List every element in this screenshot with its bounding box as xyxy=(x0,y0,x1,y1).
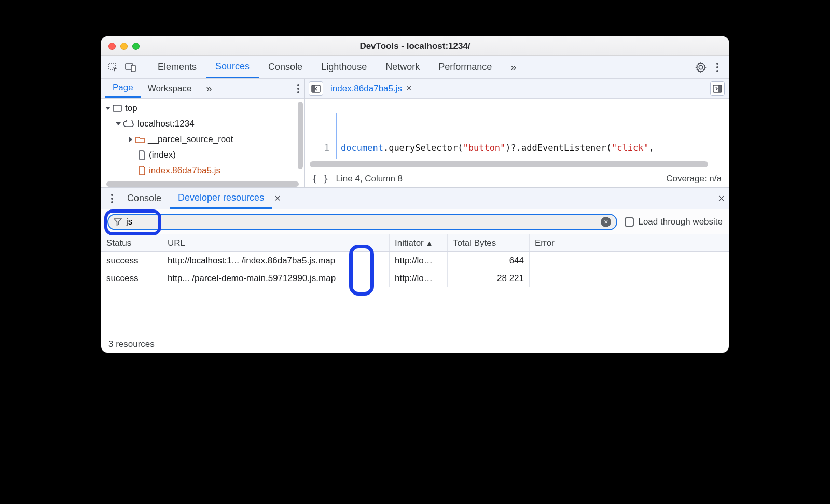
table-row[interactable]: success http://localhost:1... /index.86d… xyxy=(101,252,729,270)
file-tree[interactable]: top localhost:1234 __parcel_source_root … xyxy=(101,99,304,187)
toggle-navigator-icon[interactable] xyxy=(309,81,323,96)
tree-scrollbar[interactable] xyxy=(298,102,303,169)
svg-point-15 xyxy=(111,198,113,200)
svg-point-4 xyxy=(716,66,718,68)
tab-network[interactable]: Network xyxy=(376,56,429,78)
navigator-tab-page[interactable]: Page xyxy=(105,79,141,98)
pretty-print-icon[interactable]: { } xyxy=(312,173,329,184)
sort-asc-icon: ▲ xyxy=(426,239,433,247)
svg-rect-13 xyxy=(718,85,722,92)
device-toolbar-icon[interactable] xyxy=(122,59,140,76)
table-header: Status URL Initiator▲ Total Bytes Error xyxy=(101,234,729,252)
close-file-icon[interactable]: × xyxy=(406,83,412,94)
filter-input[interactable] xyxy=(126,217,601,227)
coverage-status: Coverage: n/a xyxy=(666,174,722,184)
tabs-overflow[interactable]: » xyxy=(501,56,525,78)
tab-lighthouse[interactable]: Lighthouse xyxy=(312,56,376,78)
svg-point-6 xyxy=(297,84,299,86)
col-error[interactable]: Error xyxy=(530,234,729,251)
load-through-checkbox[interactable]: Load through website xyxy=(625,217,723,227)
cell-status: success xyxy=(101,252,162,270)
col-initiator[interactable]: Initiator▲ xyxy=(390,234,448,251)
document-icon xyxy=(139,166,146,175)
svg-point-5 xyxy=(716,70,718,72)
close-drawer-icon[interactable]: × xyxy=(718,192,725,205)
cell-url: http://localhost:1... /index.86da7ba5.js… xyxy=(162,252,390,270)
editor-hscrollbar[interactable] xyxy=(310,161,708,167)
folder-icon xyxy=(135,136,145,143)
tree-hscrollbar[interactable] xyxy=(106,181,299,187)
devtools-window: DevTools - localhost:1234/ Elements Sour… xyxy=(101,36,729,353)
svg-point-8 xyxy=(297,91,299,93)
drawer-tab-devresources[interactable]: Developer resources xyxy=(170,188,272,209)
tree-label: index.86da7ba5.js xyxy=(149,165,220,176)
frame-icon xyxy=(113,105,122,112)
col-status[interactable]: Status xyxy=(101,234,162,251)
checkbox-label: Load through website xyxy=(638,217,723,227)
navigator-tabs-overflow[interactable]: » xyxy=(199,79,219,98)
col-url[interactable]: URL xyxy=(162,234,390,251)
table-row[interactable]: success http... /parcel-demo-main.597129… xyxy=(101,270,729,287)
collapse-icon[interactable] xyxy=(129,137,132,142)
tree-host[interactable]: localhost:1234 xyxy=(101,116,304,132)
resources-table: Status URL Initiator▲ Total Bytes Error … xyxy=(101,234,729,335)
tree-label: localhost:1234 xyxy=(137,119,195,129)
filter-input-container: × xyxy=(107,214,617,230)
resource-count: 3 resources xyxy=(108,339,155,349)
tree-folder[interactable]: __parcel_source_root xyxy=(101,132,304,147)
drawer-kebab-icon[interactable] xyxy=(105,193,119,204)
fold-bar xyxy=(336,113,337,159)
inspect-icon[interactable] xyxy=(104,59,122,76)
svg-rect-11 xyxy=(312,85,315,92)
clear-filter-icon[interactable]: × xyxy=(601,217,611,227)
tab-console[interactable]: Console xyxy=(259,56,312,78)
code-editor[interactable]: 1document.querySelector("button")?.addEv… xyxy=(305,99,729,159)
cell-bytes: 644 xyxy=(448,252,530,270)
navigator-kebab-icon[interactable] xyxy=(297,83,300,94)
tab-elements[interactable]: Elements xyxy=(148,56,206,78)
svg-point-7 xyxy=(297,88,299,90)
cell-initiator: http://lo… xyxy=(390,252,448,270)
separator xyxy=(144,61,144,74)
toggle-debugger-icon[interactable] xyxy=(710,81,725,96)
editor-tabs: index.86da7ba5.js × xyxy=(305,79,729,99)
open-file-name[interactable]: index.86da7ba5.js xyxy=(330,83,402,94)
tree-label: __parcel_source_root xyxy=(148,134,233,145)
checkbox-icon[interactable] xyxy=(625,217,634,227)
sources-split: Page Workspace » top localhost:1234 xyxy=(101,79,729,188)
editor-status-bar: { } Line 4, Column 8 Coverage: n/a xyxy=(305,170,729,187)
tree-index[interactable]: (index) xyxy=(101,147,304,163)
close-drawer-tab-icon[interactable]: × xyxy=(274,192,281,204)
kebab-menu-icon[interactable] xyxy=(709,62,726,73)
cell-initiator: http://lo… xyxy=(390,270,448,287)
resources-footer: 3 resources xyxy=(101,335,729,353)
col-bytes[interactable]: Total Bytes xyxy=(448,234,530,251)
svg-point-14 xyxy=(111,194,113,196)
cell-error xyxy=(530,270,729,287)
tab-sources[interactable]: Sources xyxy=(206,56,259,78)
drawer-tab-console[interactable]: Console xyxy=(119,188,170,209)
tree-label: top xyxy=(125,103,137,114)
cell-url: http... /parcel-demo-main.59712990.js.ma… xyxy=(162,270,390,287)
titlebar: DevTools - localhost:1234/ xyxy=(101,36,729,56)
editor-panel: index.86da7ba5.js × 1document.querySelec… xyxy=(305,79,729,187)
tree-top[interactable]: top xyxy=(101,101,304,116)
cursor-position: Line 4, Column 8 xyxy=(336,174,403,184)
cell-error xyxy=(530,252,729,270)
settings-icon[interactable] xyxy=(693,62,709,73)
tree-file-selected[interactable]: index.86da7ba5.js xyxy=(101,163,304,178)
tab-performance[interactable]: Performance xyxy=(429,56,501,78)
cell-status: success xyxy=(101,270,162,287)
window-title: DevTools - localhost:1234/ xyxy=(101,41,729,51)
svg-point-3 xyxy=(716,63,718,65)
document-icon xyxy=(139,150,146,160)
svg-rect-9 xyxy=(113,105,121,111)
cell-bytes: 28 221 xyxy=(448,270,530,287)
expand-icon[interactable] xyxy=(116,122,121,125)
expand-icon[interactable] xyxy=(105,107,110,110)
navigator-tab-workspace[interactable]: Workspace xyxy=(141,79,199,98)
filter-icon xyxy=(114,218,122,226)
svg-point-16 xyxy=(111,201,113,203)
table-body: success http://localhost:1... /index.86d… xyxy=(101,252,729,335)
navigator-tabs: Page Workspace » xyxy=(101,79,304,99)
